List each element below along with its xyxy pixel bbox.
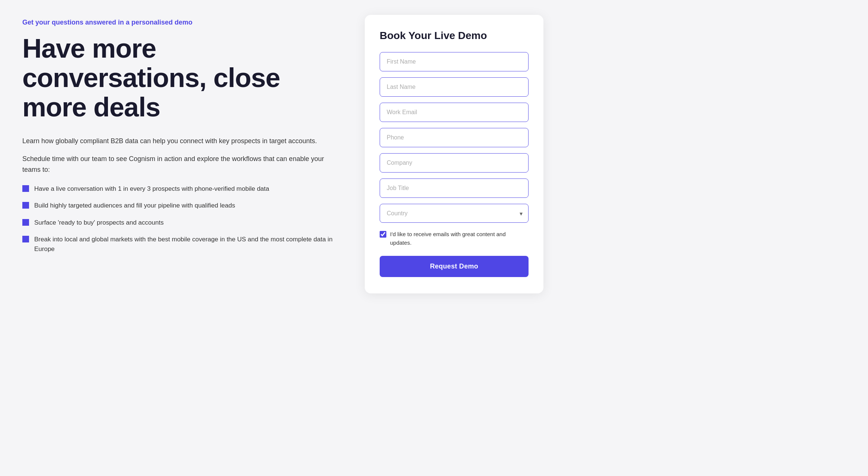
left-panel: Get your questions answered in a persona… — [22, 15, 335, 261]
tagline: Get your questions answered in a persona… — [22, 19, 335, 26]
bullet-icon — [22, 202, 29, 209]
work-email-field — [380, 103, 529, 122]
list-item: Have a live conversation with 1 in every… — [22, 184, 335, 194]
country-field: Country United Kingdom United States Ger… — [380, 204, 529, 223]
first-name-input[interactable] — [380, 52, 529, 71]
list-item: Break into local and global markets with… — [22, 235, 335, 254]
bullet-text: Have a live conversation with 1 in every… — [34, 184, 269, 194]
list-item: Surface 'ready to buy' prospects and acc… — [22, 218, 335, 228]
checkbox-label: I'd like to receive emails with great co… — [390, 230, 529, 247]
phone-field — [380, 128, 529, 147]
bullet-icon — [22, 219, 29, 226]
bullet-list: Have a live conversation with 1 in every… — [22, 184, 335, 254]
bullet-text: Surface 'ready to buy' prospects and acc… — [34, 218, 164, 228]
company-field — [380, 153, 529, 173]
page-container: Get your questions answered in a persona… — [22, 15, 543, 293]
description-2: Schedule time with our team to see Cogni… — [22, 154, 335, 175]
job-title-field — [380, 178, 529, 198]
description-1: Learn how globally compliant B2B data ca… — [22, 136, 335, 147]
form-card: Book Your Live Demo — [365, 15, 543, 293]
headline: Have more conversations, close more deal… — [22, 34, 335, 122]
company-input[interactable] — [380, 153, 529, 173]
form-title: Book Your Live Demo — [380, 30, 529, 42]
right-panel: Book Your Live Demo — [365, 15, 543, 293]
last-name-field — [380, 77, 529, 97]
country-select[interactable]: Country United Kingdom United States Ger… — [380, 204, 529, 223]
phone-input[interactable] — [380, 128, 529, 147]
last-name-input[interactable] — [380, 77, 529, 97]
bullet-icon — [22, 185, 29, 192]
country-select-wrapper: Country United Kingdom United States Ger… — [380, 204, 529, 223]
checkbox-row: I'd like to receive emails with great co… — [380, 230, 529, 247]
bullet-text: Build highly targeted audiences and fill… — [34, 201, 235, 210]
list-item: Build highly targeted audiences and fill… — [22, 201, 335, 210]
bullet-icon — [22, 236, 29, 242]
job-title-input[interactable] — [380, 178, 529, 198]
first-name-field — [380, 52, 529, 71]
bullet-text: Break into local and global markets with… — [34, 235, 335, 254]
request-demo-button[interactable]: Request Demo — [380, 256, 529, 277]
work-email-input[interactable] — [380, 103, 529, 122]
email-opt-in-checkbox[interactable] — [380, 231, 386, 238]
